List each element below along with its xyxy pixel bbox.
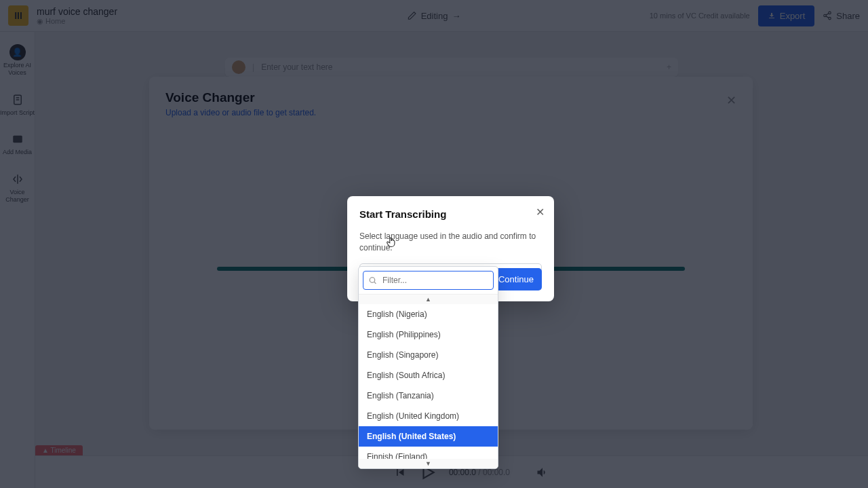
language-option[interactable]: English (United States)	[359, 426, 498, 447]
language-dropdown: ▲ English (Nigeria)English (Philippines)…	[358, 266, 498, 469]
language-option[interactable]: English (South Africa)	[359, 365, 498, 386]
language-option[interactable]: English (Tanzania)	[359, 386, 498, 406]
language-option[interactable]: English (Philippines)	[359, 324, 498, 345]
svg-line-11	[374, 282, 376, 284]
filter-wrap	[359, 267, 498, 295]
modal-close-button[interactable]: ✕	[536, 206, 545, 219]
scroll-down-arrow[interactable]: ▼	[359, 459, 498, 468]
search-icon	[368, 276, 377, 285]
filter-input[interactable]	[363, 271, 494, 290]
language-option[interactable]: Finnish (Finland)	[359, 447, 498, 459]
language-option[interactable]: English (United Kingdom)	[359, 406, 498, 426]
language-option[interactable]: English (Nigeria)	[359, 304, 498, 324]
scroll-up-arrow[interactable]: ▲	[359, 295, 498, 304]
language-option[interactable]: English (Singapore)	[359, 345, 498, 365]
modal-title: Start Transcribing	[359, 208, 542, 220]
modal-subtitle: Select language used in the audio and co…	[359, 231, 542, 254]
svg-point-10	[370, 278, 375, 283]
options-list[interactable]: English (Nigeria)English (Philippines)En…	[359, 304, 498, 459]
